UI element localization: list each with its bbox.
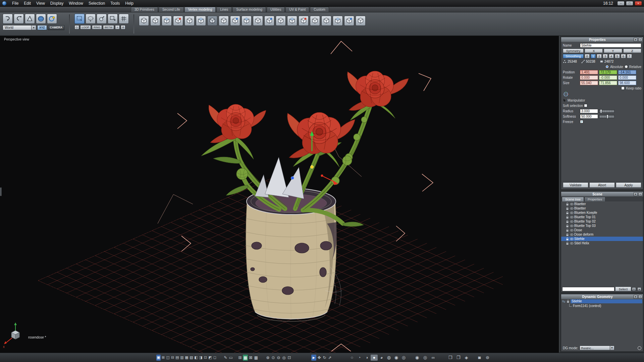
size-y-input[interactable] [599, 81, 617, 85]
symmetry-z-button[interactable]: Z [623, 49, 641, 53]
rotate-z-input[interactable] [618, 75, 636, 80]
shading-mode-icon[interactable]: ◕ [378, 355, 385, 361]
paint-select-icon[interactable] [97, 14, 107, 24]
menu-item[interactable]: Tools [108, 0, 122, 6]
lock-icon[interactable] [566, 229, 569, 232]
draw-tool-icon[interactable]: ▭ [228, 355, 233, 361]
workspace-tab[interactable]: Lines [216, 7, 232, 12]
lock-icon[interactable] [566, 211, 569, 215]
workspace-tab[interactable]: Utilities [267, 7, 285, 12]
scene-tree-item[interactable]: Bluette Top 02 [561, 219, 643, 224]
render-icon[interactable]: ⊚ [484, 355, 491, 361]
object-mode-icon[interactable]: ◈ [463, 355, 470, 361]
manipulator-sphere-icon[interactable] [563, 91, 569, 97]
modeling-tool-button[interactable] [276, 16, 286, 26]
viewport-layout-icon[interactable]: ⊞ [161, 355, 165, 361]
viewport-layout-icon[interactable]: ◩ [208, 355, 212, 361]
viewport-edge-handle[interactable] [0, 187, 2, 196]
lock-icon[interactable] [566, 220, 569, 223]
scene-search-input[interactable] [562, 287, 614, 291]
close-icon[interactable]: × [638, 38, 642, 42]
modeling-tool-button[interactable] [333, 16, 343, 26]
zoom-view-icon[interactable]: ⊕ [265, 355, 270, 361]
menu-item[interactable]: Display [48, 0, 66, 6]
menu-item[interactable]: Window [66, 0, 86, 6]
grow-select-icon[interactable] [119, 14, 129, 24]
dg-mode-dropdown[interactable]: Restric... ▼ [580, 346, 614, 350]
modeling-tool-button[interactable] [207, 16, 217, 26]
workspace-tab[interactable]: Second Life [159, 7, 184, 12]
magnet-tool-icon[interactable] [47, 14, 57, 24]
collapse-icon[interactable]: ▼ [634, 295, 638, 299]
workspace-tab[interactable]: 3D Primitives [131, 7, 158, 12]
tab-scene-tree[interactable]: Scene tree [562, 197, 584, 201]
loop-select-button[interactable]: LOOP [80, 25, 91, 29]
modeling-tool-button[interactable] [356, 16, 366, 26]
smoothing-button[interactable]: Smoothing [563, 54, 584, 58]
eye-icon[interactable] [570, 202, 574, 206]
exclude-mode-icon[interactable]: ⊘ [121, 25, 125, 29]
position-x-input[interactable] [580, 70, 598, 74]
lasso-select-icon[interactable] [86, 14, 96, 24]
modeling-tool-button[interactable] [173, 16, 183, 26]
smoothing-level-0[interactable]: 0 [585, 54, 590, 58]
viewport-layout-icon[interactable]: ◻ [213, 355, 217, 361]
modeling-tool-button[interactable] [344, 16, 354, 26]
viewport-layout-icon[interactable]: ▣ [156, 355, 161, 361]
scene-tree-item[interactable]: Bluette Top 03 [561, 224, 643, 228]
object-mode-icon[interactable]: ❒ [446, 355, 454, 361]
lock-icon[interactable] [566, 224, 569, 228]
size-x-input[interactable] [580, 81, 598, 85]
scene-tree-item[interactable]: Stiel Helix [561, 241, 643, 245]
position-z-input[interactable] [618, 70, 636, 74]
scene-tree-item[interactable]: Blaetter [561, 202, 643, 206]
symmetry-y-button[interactable]: Y [604, 49, 622, 53]
lock-icon[interactable] [566, 242, 569, 245]
arc-tool-icon[interactable] [14, 14, 24, 24]
radius-slider-knob[interactable] [600, 109, 602, 113]
menu-item[interactable]: View [34, 0, 48, 6]
absolute-radio[interactable] [605, 65, 609, 68]
shading-mode-icon[interactable]: ● [371, 355, 378, 361]
lock-icon[interactable] [566, 216, 569, 219]
display-option-icon[interactable]: ∞ [429, 355, 437, 361]
scene-tree-item[interactable]: Blaetter [561, 206, 643, 210]
lock-icon[interactable] [566, 202, 569, 206]
abort-button[interactable]: Abort [589, 182, 615, 188]
between-select-button[interactable]: BETW [103, 25, 114, 29]
eye-icon[interactable] [570, 233, 574, 236]
position-y-input[interactable] [599, 70, 617, 74]
lock-icon[interactable] [566, 233, 569, 236]
smoothing-level-5[interactable]: 5 [615, 54, 620, 58]
dg-child-row[interactable]: Form1141 (control) [561, 304, 643, 308]
display-option-icon[interactable]: ◉ [413, 355, 421, 361]
viewport-layout-icon[interactable]: ⊡ [203, 355, 208, 361]
modeling-tool-button[interactable] [299, 16, 309, 26]
dg-status-icon[interactable] [638, 346, 641, 350]
symmetry-button[interactable]: Symmetry [563, 49, 584, 53]
transform-tool-icon[interactable]: ↻ [322, 355, 327, 361]
radius-input[interactable] [580, 109, 598, 113]
viewport-layout-icon[interactable]: ▥ [180, 355, 184, 361]
modeling-tool-button[interactable] [253, 16, 263, 26]
apply-button[interactable]: Apply [616, 182, 641, 188]
maximize-button[interactable]: □ [626, 1, 633, 6]
modeling-tool-button[interactable] [184, 16, 195, 26]
smoothing-level-1[interactable]: 1 [591, 54, 596, 58]
select-extra-icon[interactable]: ◇ [74, 25, 79, 29]
workspace-tab[interactable]: UV & Paint [285, 7, 309, 12]
lock-icon[interactable] [566, 237, 569, 241]
zoom-view-icon[interactable]: ⊡ [287, 355, 292, 361]
ring-select-button[interactable]: RING [92, 25, 102, 29]
scene-tree-item-selected[interactable]: Stiehle [561, 237, 643, 241]
shading-mode-icon[interactable]: ◉ [393, 355, 400, 361]
modeling-tool-button[interactable] [287, 16, 297, 26]
object-mode-icon[interactable]: ❐ [454, 355, 462, 361]
lock-icon[interactable] [566, 207, 569, 210]
add-select-icon[interactable] [108, 14, 118, 24]
tab-scene-properties[interactable]: Properties [584, 197, 605, 201]
dg-root-item[interactable]: Stiehle [571, 299, 642, 303]
display-option-icon[interactable]: ◎ [421, 355, 429, 361]
app-logo-icon[interactable] [2, 1, 7, 6]
rotate-y-input[interactable] [599, 75, 617, 80]
